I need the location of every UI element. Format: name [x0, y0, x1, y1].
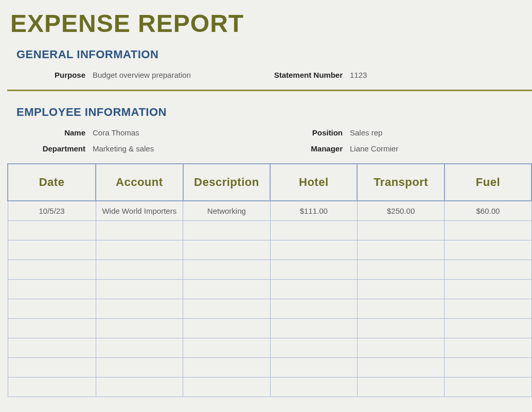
- cell-description[interactable]: [183, 338, 271, 357]
- cell-transport[interactable]: [357, 220, 445, 240]
- name-label: Name: [0, 128, 93, 137]
- expense-table-header-row: Date Account Description Hotel Transport…: [8, 164, 531, 201]
- cell-account[interactable]: [96, 240, 183, 260]
- department-label: Department: [0, 144, 93, 153]
- cell-description[interactable]: [183, 357, 271, 377]
- department-value[interactable]: Marketing & sales: [93, 144, 247, 153]
- cell-transport[interactable]: $250.00: [357, 201, 445, 220]
- col-hotel: Hotel: [270, 164, 357, 201]
- cell-description[interactable]: [183, 318, 271, 338]
- cell-hotel[interactable]: [270, 240, 357, 260]
- col-fuel: Fuel: [445, 164, 531, 201]
- cell-date[interactable]: [8, 318, 96, 338]
- table-row[interactable]: [8, 279, 531, 299]
- cell-date[interactable]: [8, 377, 96, 397]
- col-description: Description: [183, 164, 271, 201]
- cell-hotel[interactable]: $111.00: [270, 201, 357, 220]
- statement-number-value[interactable]: 1123: [350, 71, 453, 79]
- cell-hotel[interactable]: [270, 357, 357, 377]
- cell-date[interactable]: [8, 279, 96, 299]
- cell-account[interactable]: [96, 377, 183, 397]
- col-account: Account: [96, 164, 183, 201]
- general-info-grid: Purpose Budget overview preparation Stat…: [0, 71, 532, 79]
- col-transport: Transport: [357, 164, 445, 201]
- cell-fuel[interactable]: [445, 220, 531, 240]
- cell-description[interactable]: [183, 260, 271, 279]
- col-date: Date: [8, 164, 96, 201]
- cell-date[interactable]: 10/5/23: [8, 201, 96, 220]
- cell-date[interactable]: [8, 240, 96, 260]
- cell-transport[interactable]: [357, 299, 445, 318]
- cell-account[interactable]: Wide World Importers: [96, 201, 183, 220]
- cell-transport[interactable]: [357, 377, 445, 397]
- cell-transport[interactable]: [357, 279, 445, 299]
- cell-date[interactable]: [8, 357, 96, 377]
- cell-hotel[interactable]: [270, 260, 357, 279]
- cell-description[interactable]: [183, 279, 271, 299]
- cell-description[interactable]: [183, 220, 271, 240]
- cell-transport[interactable]: [357, 240, 445, 260]
- cell-fuel[interactable]: [445, 357, 531, 377]
- employee-info-heading: EMPLOYEE INFORMATION: [0, 99, 532, 128]
- section-divider: [7, 90, 532, 91]
- cell-account[interactable]: [96, 318, 183, 338]
- cell-fuel[interactable]: [445, 299, 531, 318]
- expense-table: Date Account Description Hotel Transport…: [7, 163, 532, 397]
- cell-fuel[interactable]: [445, 279, 531, 299]
- cell-account[interactable]: [96, 299, 183, 318]
- cell-transport[interactable]: [357, 260, 445, 279]
- employee-info-grid: Name Cora Thomas Position Sales rep Depa…: [0, 128, 532, 153]
- cell-transport[interactable]: [357, 318, 445, 338]
- cell-description[interactable]: Networking: [183, 201, 271, 220]
- purpose-value[interactable]: Budget overview preparation: [93, 71, 247, 79]
- cell-fuel[interactable]: [445, 260, 531, 279]
- cell-description[interactable]: [183, 299, 271, 318]
- page-title: EXPENSE REPORT: [0, 0, 532, 42]
- cell-account[interactable]: [96, 220, 183, 240]
- manager-label: Manager: [247, 144, 350, 153]
- cell-description[interactable]: [183, 240, 271, 260]
- table-row[interactable]: [8, 260, 531, 279]
- position-label: Position: [247, 128, 350, 137]
- name-value[interactable]: Cora Thomas: [93, 128, 247, 137]
- table-row[interactable]: [8, 318, 531, 338]
- cell-date[interactable]: [8, 220, 96, 240]
- table-row[interactable]: [8, 338, 531, 357]
- table-row[interactable]: 10/5/23Wide World ImportersNetworking$11…: [8, 201, 531, 220]
- cell-hotel[interactable]: [270, 318, 357, 338]
- cell-hotel[interactable]: [270, 377, 357, 397]
- cell-date[interactable]: [8, 299, 96, 318]
- cell-hotel[interactable]: [270, 279, 357, 299]
- table-row[interactable]: [8, 377, 531, 397]
- cell-account[interactable]: [96, 338, 183, 357]
- cell-fuel[interactable]: [445, 338, 531, 357]
- expense-table-body: 10/5/23Wide World ImportersNetworking$11…: [8, 201, 531, 397]
- cell-hotel[interactable]: [270, 299, 357, 318]
- cell-hotel[interactable]: [270, 220, 357, 240]
- table-row[interactable]: [8, 240, 531, 260]
- manager-value[interactable]: Liane Cormier: [350, 144, 453, 153]
- table-row[interactable]: [8, 220, 531, 240]
- cell-fuel[interactable]: [445, 377, 531, 397]
- cell-fuel[interactable]: [445, 240, 531, 260]
- table-row[interactable]: [8, 357, 531, 377]
- general-info-heading: GENERAL INFORMATION: [0, 42, 532, 71]
- purpose-label: Purpose: [0, 71, 93, 79]
- cell-date[interactable]: [8, 338, 96, 357]
- position-value[interactable]: Sales rep: [350, 128, 453, 137]
- cell-fuel[interactable]: $60.00: [445, 201, 531, 220]
- table-row[interactable]: [8, 299, 531, 318]
- cell-description[interactable]: [183, 377, 271, 397]
- cell-account[interactable]: [96, 357, 183, 377]
- cell-hotel[interactable]: [270, 338, 357, 357]
- cell-date[interactable]: [8, 260, 96, 279]
- cell-account[interactable]: [96, 279, 183, 299]
- cell-transport[interactable]: [357, 338, 445, 357]
- cell-transport[interactable]: [357, 357, 445, 377]
- statement-number-label: Statement Number: [247, 71, 350, 79]
- cell-fuel[interactable]: [445, 318, 531, 338]
- cell-account[interactable]: [96, 260, 183, 279]
